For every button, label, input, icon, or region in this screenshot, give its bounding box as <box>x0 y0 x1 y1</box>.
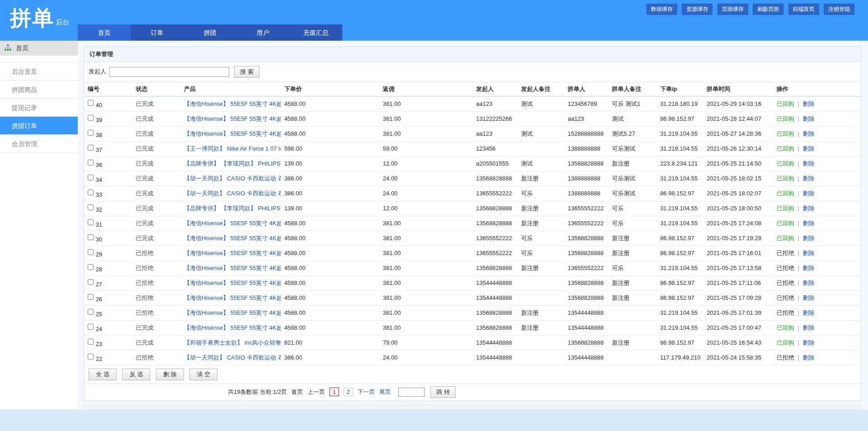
jump-button[interactable]: 跳 转 <box>430 386 456 398</box>
sidebar-item[interactable]: 拼团订单 <box>0 117 78 135</box>
page-number[interactable]: 1 <box>330 388 339 396</box>
product-link[interactable]: 【品牌专供】 【李现同款】 PHILIPS飞利浦 <box>184 160 281 167</box>
delete-link[interactable]: 删除 <box>802 145 814 152</box>
bulk-action-button[interactable]: 清 空 <box>189 369 217 380</box>
row-joiner-note: 可乐 <box>609 260 657 275</box>
row-checkbox[interactable] <box>88 115 94 121</box>
page-number[interactable]: 2 <box>344 388 353 396</box>
row-checkbox[interactable] <box>88 204 94 210</box>
topbar-action-button[interactable]: 数据缓存 <box>646 4 677 15</box>
product-link[interactable]: 【海信Hisense】 55E5F 55英寸 4K超高清 <box>184 115 281 122</box>
delete-link[interactable]: 删除 <box>802 190 814 197</box>
product-link[interactable]: 【胡一天同款】 CASIO 卡西欧运动 石英 <box>184 354 281 361</box>
row-checkbox[interactable] <box>88 145 94 151</box>
row-checkbox[interactable] <box>88 175 94 180</box>
row-checkbox[interactable] <box>88 100 94 106</box>
product-link[interactable]: 【海信Hisense】 55E5F 55英寸 4K超高清 <box>184 220 281 227</box>
delete-link[interactable]: 删除 <box>802 160 814 167</box>
delete-link[interactable]: 删除 <box>802 175 814 182</box>
product-link[interactable]: 【海信Hisense】 55E5F 55英寸 4K超高清 <box>184 235 281 242</box>
product-link[interactable]: 【海信Hisense】 55E5F 55英寸 4K超高清 <box>184 324 281 331</box>
row-checkbox[interactable] <box>88 130 94 136</box>
row-ip: 86.98.152.97 <box>656 290 703 305</box>
delete-link[interactable]: 删除 <box>802 100 814 107</box>
last-page-link[interactable]: 尾页 <box>379 388 391 395</box>
delete-link[interactable]: 删除 <box>802 130 814 137</box>
jump-page-input[interactable] <box>398 388 425 397</box>
product-link[interactable]: 【海信Hisense】 55E5F 55英寸 4K超高清 <box>184 130 281 137</box>
row-checkbox[interactable] <box>88 234 94 240</box>
row-order-price: 4588.00 <box>281 126 379 141</box>
prev-page-link[interactable]: 上一页 <box>307 388 325 395</box>
product-link[interactable]: 【胡一天同款】 CASIO 卡西欧运动 石英 <box>184 190 281 197</box>
delete-link[interactable]: 删除 <box>802 294 814 301</box>
delete-link[interactable]: 删除 <box>802 354 814 361</box>
row-checkbox[interactable] <box>88 160 94 166</box>
bulk-action-button[interactable]: 删 除 <box>156 369 184 380</box>
product-link[interactable]: 【海信Hisense】 55E5F 55英寸 4K超高清 <box>184 294 281 301</box>
nav-tab[interactable]: 首页 <box>78 24 131 41</box>
row-checkbox[interactable] <box>88 324 94 330</box>
sidebar-item[interactable]: 提现记录 <box>0 99 78 117</box>
nav-tab[interactable]: 用户 <box>236 24 289 41</box>
row-checkbox[interactable] <box>88 249 94 255</box>
nav-tab[interactable]: 订单 <box>131 24 184 41</box>
row-checkbox[interactable] <box>88 264 94 270</box>
delete-link[interactable]: 删除 <box>802 265 814 271</box>
topbar-action-button[interactable]: 注销登陆 <box>824 4 854 15</box>
row-id-cell: 26 <box>84 290 132 305</box>
row-checkbox[interactable] <box>88 339 94 345</box>
initiator-search-input[interactable] <box>109 67 229 77</box>
topbar-action-button[interactable]: 页面缓存 <box>717 4 748 15</box>
sidebar-item[interactable]: 会员管理 <box>0 135 78 153</box>
delete-link[interactable]: 删除 <box>802 205 814 212</box>
product-link[interactable]: 【王一博同款】 Nike Air Force 1 07 low <box>184 145 281 152</box>
product-link[interactable]: 【海信Hisense】 55E5F 55英寸 4K超高清 <box>184 309 281 316</box>
topbar-action-button[interactable]: 刷新页面 <box>753 4 783 15</box>
row-order-price: 4588.00 <box>281 305 379 320</box>
delete-link[interactable]: 删除 <box>802 235 814 242</box>
row-initiator-note: 测试 <box>518 96 564 111</box>
row-time: 2021-05-25 17:19:29 <box>703 231 773 246</box>
topbar-action-button[interactable]: 前端首页 <box>788 4 819 15</box>
row-order-price: 4588.00 <box>281 231 379 246</box>
row-joiner-note: 可乐 <box>609 216 657 231</box>
row-checkbox[interactable] <box>88 189 94 195</box>
row-joiner: 123456789 <box>564 96 609 111</box>
delete-link[interactable]: 删除 <box>802 279 814 286</box>
action-separator: | <box>797 339 799 346</box>
delete-link[interactable]: 删除 <box>802 309 814 316</box>
bulk-action-button[interactable]: 全 选 <box>89 369 117 380</box>
product-link[interactable]: 【海信Hisense】 55E5F 55英寸 4K超高清 <box>184 279 281 286</box>
delete-link[interactable]: 删除 <box>802 339 814 346</box>
nav-tab[interactable]: 拼团 <box>184 24 236 41</box>
first-page-link[interactable]: 首页 <box>291 388 303 395</box>
pagination-summary: 共19条数据 当前:1/2页 <box>228 388 287 395</box>
product-link[interactable]: 【邦顿手表男士女款】 ins风小众轻奢设 <box>184 339 281 346</box>
product-link[interactable]: 【品牌专供】 【李现同款】 PHILIPS飞利浦 <box>184 205 281 212</box>
row-checkbox[interactable] <box>88 309 94 315</box>
delete-link[interactable]: 删除 <box>802 250 814 256</box>
delete-link[interactable]: 删除 <box>802 115 814 122</box>
row-checkbox[interactable] <box>88 294 94 300</box>
product-link[interactable]: 【海信Hisense】 55E5F 55英寸 4K超高清 <box>184 100 281 107</box>
sidebar-item[interactable]: 后台首页 <box>0 62 78 81</box>
sidebar-item[interactable]: 拼团商品 <box>0 81 78 99</box>
next-page-link[interactable]: 下一页 <box>357 388 375 395</box>
bulk-action-button[interactable]: 反 选 <box>122 369 150 380</box>
product-link[interactable]: 【海信Hisense】 55E5F 55英寸 4K超高清 <box>184 265 281 271</box>
delete-link[interactable]: 删除 <box>802 324 814 331</box>
delete-link[interactable]: 删除 <box>802 220 814 227</box>
sidebar-section-home[interactable]: 首页 <box>0 41 78 56</box>
nav-tab[interactable]: 充值汇总 <box>289 24 342 41</box>
product-link[interactable]: 【胡一天同款】 CASIO 卡西欧运动 石英 <box>184 175 281 182</box>
topbar-action-button[interactable]: 资源缓存 <box>682 4 712 15</box>
column-header: 下单价 <box>281 82 379 96</box>
row-checkbox[interactable] <box>88 354 94 360</box>
row-commission: 381.00 <box>379 290 472 305</box>
row-checkbox[interactable] <box>88 219 94 225</box>
row-status: 已拒绝 <box>132 260 181 275</box>
search-button[interactable]: 搜 索 <box>234 66 259 78</box>
product-link[interactable]: 【海信Hisense】 55E5F 55英寸 4K超高清 <box>184 250 281 256</box>
row-checkbox[interactable] <box>88 279 94 285</box>
